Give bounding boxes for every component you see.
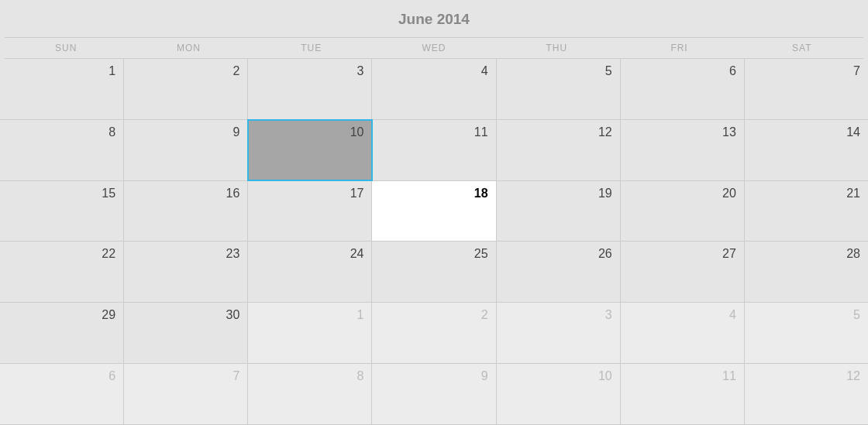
day-number: 1 <box>357 308 364 321</box>
day-number: 26 <box>598 247 612 260</box>
weekday-header: WED <box>373 38 495 58</box>
day-cell[interactable]: 5 <box>497 59 621 119</box>
day-number: 6 <box>108 369 115 382</box>
day-number: 3 <box>605 308 612 321</box>
day-cell[interactable]: 4 <box>372 59 496 119</box>
day-number: 12 <box>846 369 860 382</box>
day-cell[interactable]: 3 <box>497 303 621 363</box>
day-number: 18 <box>474 187 488 200</box>
day-number: 27 <box>722 247 736 260</box>
day-cell[interactable]: 10 <box>248 120 372 180</box>
day-cell[interactable]: 12 <box>497 120 621 180</box>
weekday-header-row: SUN MON TUE WED THU FRI SAT <box>5 37 863 59</box>
day-cell[interactable]: 3 <box>248 59 372 119</box>
weekday-header: THU <box>495 38 618 58</box>
day-cell[interactable]: 14 <box>745 120 868 180</box>
day-cell[interactable]: 22 <box>0 242 124 302</box>
day-number: 16 <box>226 187 239 200</box>
day-number: 8 <box>357 369 364 382</box>
day-number: 4 <box>729 308 736 321</box>
weekday-header: SUN <box>5 38 127 58</box>
day-cell[interactable]: 20 <box>621 181 745 242</box>
day-number: 21 <box>846 187 860 200</box>
day-number: 5 <box>605 64 612 77</box>
day-cell[interactable]: 24 <box>248 242 372 302</box>
day-number: 4 <box>481 64 488 77</box>
day-cell[interactable]: 21 <box>745 181 868 242</box>
day-cell[interactable]: 11 <box>372 120 496 180</box>
weekday-header: TUE <box>250 38 373 58</box>
day-number: 10 <box>598 369 612 382</box>
day-number: 9 <box>481 369 488 382</box>
day-cell[interactable]: 6 <box>621 59 745 119</box>
day-cell[interactable]: 1 <box>248 303 372 363</box>
day-number: 8 <box>108 125 115 139</box>
day-cell[interactable]: 19 <box>497 181 621 242</box>
week-row: 22232425262728 <box>0 242 868 303</box>
day-cell[interactable]: 13 <box>621 120 745 180</box>
day-number: 2 <box>232 64 239 77</box>
day-cell[interactable]: 26 <box>497 242 621 302</box>
day-cell[interactable]: 17 <box>248 181 372 242</box>
day-number: 15 <box>102 187 115 200</box>
week-row: 891011121314 <box>0 120 868 181</box>
day-cell[interactable]: 29 <box>0 303 124 363</box>
day-cell[interactable]: 30 <box>124 303 248 363</box>
day-cell[interactable]: 9 <box>124 120 248 180</box>
week-row: 6789101112 <box>0 364 868 425</box>
weekday-header: SAT <box>741 38 863 58</box>
day-number: 11 <box>474 125 488 139</box>
day-number: 11 <box>722 369 736 382</box>
day-number: 7 <box>853 64 860 77</box>
day-cell[interactable]: 5 <box>745 303 868 363</box>
day-number: 30 <box>226 308 239 321</box>
day-number: 25 <box>474 247 488 260</box>
day-cell[interactable]: 9 <box>372 364 496 424</box>
day-cell[interactable]: 2 <box>372 303 496 363</box>
week-row: 293012345 <box>0 303 868 364</box>
weeks-container: 1234567891011121314151617181920212223242… <box>0 59 868 425</box>
day-number: 19 <box>598 187 612 200</box>
day-number: 29 <box>102 308 115 321</box>
day-cell[interactable]: 7 <box>745 59 868 119</box>
day-number: 1 <box>108 64 115 77</box>
day-number: 13 <box>722 125 736 139</box>
day-number: 14 <box>846 125 860 139</box>
day-number: 17 <box>350 187 364 200</box>
day-number: 2 <box>481 308 488 321</box>
day-cell[interactable]: 23 <box>124 242 248 302</box>
day-cell[interactable]: 18 <box>372 181 496 242</box>
day-number: 23 <box>226 247 239 260</box>
day-number: 9 <box>232 125 239 139</box>
day-number: 6 <box>729 64 736 77</box>
day-number: 7 <box>232 369 239 382</box>
day-cell[interactable]: 10 <box>497 364 621 424</box>
day-cell[interactable]: 12 <box>745 364 868 424</box>
day-cell[interactable]: 28 <box>745 242 868 302</box>
week-row: 15161718192021 <box>0 181 868 242</box>
day-number: 20 <box>722 187 736 200</box>
calendar: June 2014 SUN MON TUE WED THU FRI SAT 12… <box>0 0 868 425</box>
day-cell[interactable]: 16 <box>124 181 248 242</box>
day-number: 24 <box>350 247 364 260</box>
day-cell[interactable]: 15 <box>0 181 124 242</box>
day-cell[interactable]: 6 <box>0 364 124 424</box>
day-number: 12 <box>598 125 612 139</box>
day-cell[interactable]: 27 <box>621 242 745 302</box>
day-cell[interactable]: 8 <box>248 364 372 424</box>
day-cell[interactable]: 1 <box>0 59 124 119</box>
day-cell[interactable]: 4 <box>621 303 745 363</box>
day-cell[interactable]: 25 <box>372 242 496 302</box>
day-number: 28 <box>846 247 860 260</box>
day-cell[interactable]: 2 <box>124 59 248 119</box>
month-title: June 2014 <box>0 0 868 37</box>
day-cell[interactable]: 8 <box>0 120 124 180</box>
week-row: 1234567 <box>0 59 868 120</box>
day-cell[interactable]: 7 <box>124 364 248 424</box>
weekday-header: FRI <box>618 38 740 58</box>
weekday-header: MON <box>127 38 250 58</box>
day-cell[interactable]: 11 <box>621 364 745 424</box>
day-number: 22 <box>102 247 115 260</box>
day-number: 10 <box>350 125 364 139</box>
day-number: 5 <box>853 308 860 321</box>
